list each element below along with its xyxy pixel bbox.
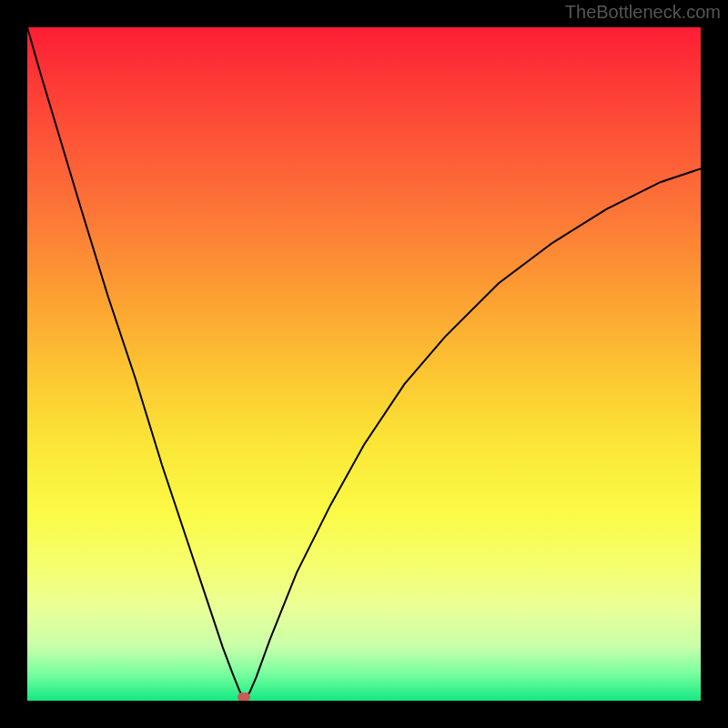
chart-plot-area	[27, 27, 701, 701]
bottleneck-curve	[27, 27, 701, 701]
minimum-marker	[238, 693, 250, 701]
watermark-text: TheBottleneck.com	[565, 2, 721, 23]
